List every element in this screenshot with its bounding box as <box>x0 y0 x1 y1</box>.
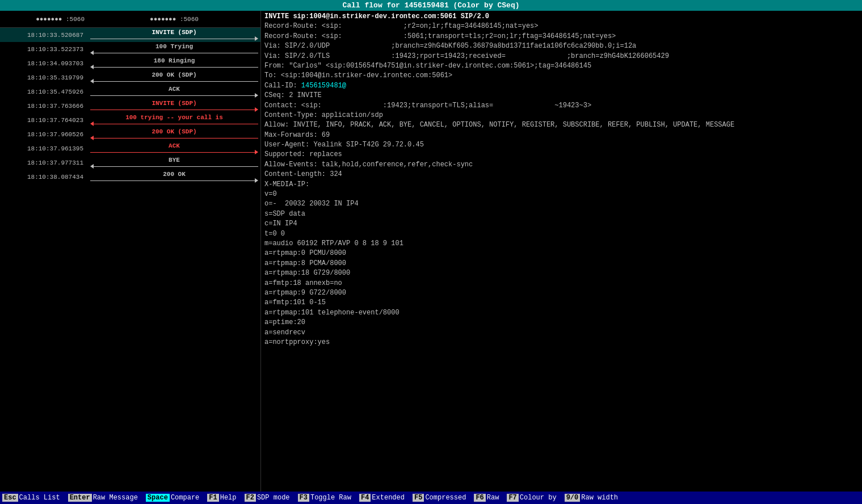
status-key[interactable]: F5 <box>413 494 424 502</box>
flow-timestamp: 18:10:37.763666 <box>0 103 88 110</box>
flow-label: ACK <box>90 142 258 149</box>
status-key[interactable]: Esc <box>2 494 18 502</box>
msg-body-line: s=SDP data <box>264 209 859 219</box>
msg-header-line: Allow: INVITE, INFO, PRACK, ACK, BYE, CA… <box>264 120 859 130</box>
status-label: Raw Message <box>93 494 138 502</box>
msg-body-line: a=nortpproxy:yes <box>264 338 859 347</box>
msg-header-line: Contact: <sip: :19423;transport=TLS;alia… <box>264 101 859 111</box>
status-label: Help <box>220 494 237 502</box>
flow-arrow-area: 200 OK (SDP) <box>88 128 260 140</box>
flow-arrow-area: 100 trying -- your call is <box>88 114 260 126</box>
msg-header-line: Call-ID: 1456159481@ <box>264 81 859 91</box>
call-flow-panel: ●●●●●●● :5060 ●●●●●●● :5060 18:10:33.520… <box>0 11 261 492</box>
endpoint-left: ●●●●●●● :5060 <box>0 16 88 23</box>
flow-arrow-area: 100 Trying <box>88 43 260 55</box>
flow-arrow-area: 200 OK (SDP) <box>88 72 260 83</box>
msg-first-line: INVITE sip:1004@in.striker-dev.irontec.c… <box>264 12 859 22</box>
status-key[interactable]: Enter <box>68 494 92 502</box>
msg-body-line: a=rtpmap:101 telephone-event/8000 <box>264 308 859 318</box>
flow-timestamp: 18:10:34.093703 <box>0 60 88 67</box>
flow-row[interactable]: 18:10:37.763666INVITE (SDP) <box>0 99 260 113</box>
endpoints-row: ●●●●●●● :5060 ●●●●●●● :5060 <box>0 11 260 28</box>
flow-arrow-area: 180 Ringing <box>88 57 260 69</box>
flow-label: 200 OK (SDP) <box>90 128 258 135</box>
msg-body-line: a=fmtp:101 0-15 <box>264 298 859 308</box>
flow-label: BYE <box>90 157 258 163</box>
status-key[interactable]: F2 <box>245 494 256 502</box>
flow-label: INVITE (SDP) <box>90 29 258 36</box>
status-label: Extended <box>372 494 405 502</box>
msg-body-line: v=0 <box>264 190 859 199</box>
status-key[interactable]: F1 <box>207 494 218 502</box>
msg-header-line: To: <sip:1004@in.striker-dev.irontec.com… <box>264 71 859 81</box>
msg-header-line: X-MEDIA-IP: <box>264 180 859 190</box>
msg-header-line: Max-Forwards: 69 <box>264 131 859 140</box>
msg-header-line: Content-Type: application/sdp <box>264 111 859 120</box>
flow-row[interactable]: 18:10:37.977311BYE <box>0 156 260 170</box>
status-label: Colour by <box>520 494 557 502</box>
flow-row[interactable]: 18:10:33.522373100 Trying <box>0 42 260 56</box>
flow-row[interactable]: 18:10:37.961395ACK <box>0 141 260 156</box>
flow-timestamp: 18:10:35.319799 <box>0 74 88 81</box>
msg-body-line: a=rtpmap:8 PCMA/8000 <box>264 259 859 268</box>
flow-row[interactable]: 18:10:37.764023100 trying -- your call i… <box>0 113 260 127</box>
title-text: Call flow for 1456159481 (Color by CSeq) <box>342 1 519 10</box>
status-key[interactable]: Space <box>146 494 170 502</box>
status-label: SDP mode <box>257 494 290 502</box>
msg-header-line: Record-Route: <sip: :5061;transport=tls;… <box>264 32 859 41</box>
flow-label: INVITE (SDP) <box>90 100 258 107</box>
flow-arrow-area: ACK <box>88 142 260 154</box>
flow-timestamp: 18:10:35.475926 <box>0 89 88 95</box>
msg-body-line: a=rtpmap:9 G722/8000 <box>264 288 859 298</box>
message-detail-panel[interactable]: INVITE sip:1004@in.striker-dev.irontec.c… <box>261 11 862 492</box>
flow-label: 100 Trying <box>90 43 258 50</box>
flow-timestamp: 18:10:38.087434 <box>0 174 88 180</box>
flow-arrow-area: INVITE (SDP) <box>88 100 260 112</box>
msg-header-line: Via: SIP/2.0/UDP ;branch=z9hG4bKf605.368… <box>264 41 859 51</box>
status-key[interactable]: F4 <box>359 494 371 502</box>
status-key[interactable]: F3 <box>298 494 309 502</box>
flow-label: 100 trying -- your call is <box>90 114 258 121</box>
flow-row[interactable]: 18:10:35.319799200 OK (SDP) <box>0 70 260 85</box>
msg-body-line: a=rtpmap:0 PCMU/8000 <box>264 249 859 258</box>
msg-body-line: o=- 20032 20032 IN IP4 <box>264 199 859 209</box>
status-key[interactable]: 9/0 <box>565 494 581 502</box>
flow-timestamp: 18:10:37.977311 <box>0 159 88 166</box>
msg-header-line: From: "Carlos" <sip:0015654fb4751@in.str… <box>264 61 859 71</box>
flow-arrow-area: ACK <box>88 86 260 98</box>
flow-label: ACK <box>90 86 258 93</box>
flow-arrow-area: BYE <box>88 157 260 169</box>
msg-body-line: c=IN IP4 <box>264 219 859 229</box>
flow-row[interactable]: 18:10:33.520687INVITE (SDP) <box>0 28 260 42</box>
msg-header-line: User-Agent: Yealink SIP-T42G 29.72.0.45 <box>264 140 859 150</box>
msg-body-line: a=rtpmap:18 G729/8000 <box>264 268 859 278</box>
flow-timestamp: 18:10:37.960526 <box>0 131 88 138</box>
flow-label: 180 Ringing <box>90 57 258 64</box>
msg-header-line: Content-Length: 324 <box>264 170 859 179</box>
flow-timestamp: 18:10:37.961395 <box>0 145 88 152</box>
flow-row[interactable]: 18:10:35.475926ACK <box>0 85 260 99</box>
flow-arrow-area: INVITE (SDP) <box>88 29 260 41</box>
msg-header-line: Record-Route: <sip: ;r2=on;lr;ftag=34648… <box>264 22 859 31</box>
status-label: Toggle Raw <box>310 494 351 502</box>
status-key[interactable]: F7 <box>507 494 518 502</box>
msg-body-line: a=ptime:20 <box>264 318 859 327</box>
flow-timestamp: 18:10:37.764023 <box>0 117 88 124</box>
flow-rows-container: 18:10:33.520687INVITE (SDP)18:10:33.5223… <box>0 28 260 492</box>
status-label: Raw width <box>581 494 618 502</box>
msg-body-line: m=audio 60192 RTP/AVP 0 8 18 9 101 <box>264 239 859 249</box>
msg-header-line: Allow-Events: talk,hold,conference,refer… <box>264 160 859 170</box>
status-bar: EscCalls ListEnterRaw MessageSpaceCompar… <box>0 492 862 504</box>
flow-timestamp: 18:10:33.520687 <box>0 32 88 39</box>
flow-row[interactable]: 18:10:37.960526200 OK (SDP) <box>0 127 260 141</box>
status-label: Calls List <box>19 494 60 502</box>
msg-header-line: Supported: replaces <box>264 150 859 159</box>
msg-body-line: a=sendrecv <box>264 328 859 338</box>
status-key[interactable]: F6 <box>474 494 485 502</box>
status-label: Compressed <box>425 494 466 502</box>
flow-timestamp: 18:10:33.522373 <box>0 46 88 53</box>
flow-row[interactable]: 18:10:34.093703180 Ringing <box>0 56 260 70</box>
main-content: ●●●●●●● :5060 ●●●●●●● :5060 18:10:33.520… <box>0 11 862 492</box>
status-label: Compare <box>171 494 199 502</box>
flow-row[interactable]: 18:10:38.087434200 OK <box>0 170 260 184</box>
